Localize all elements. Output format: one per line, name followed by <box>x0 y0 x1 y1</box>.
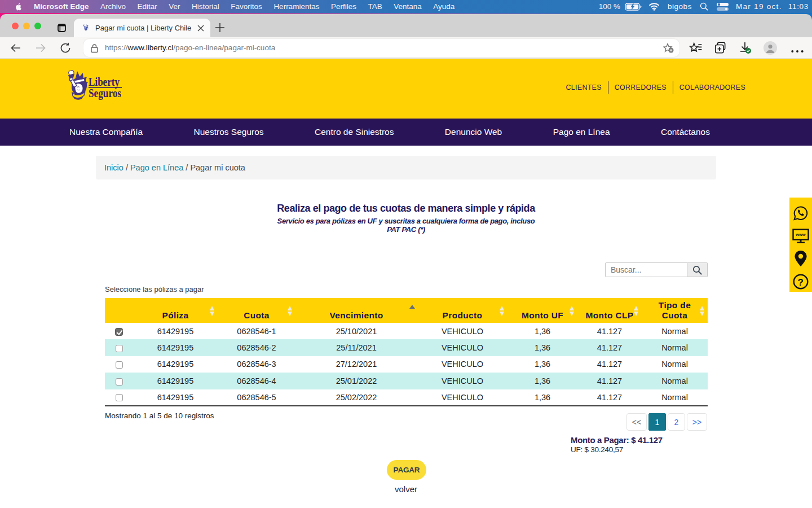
svg-text:www: www <box>795 232 806 237</box>
svg-text:?: ? <box>798 277 804 288</box>
svg-text:Seguros: Seguros <box>89 87 121 100</box>
